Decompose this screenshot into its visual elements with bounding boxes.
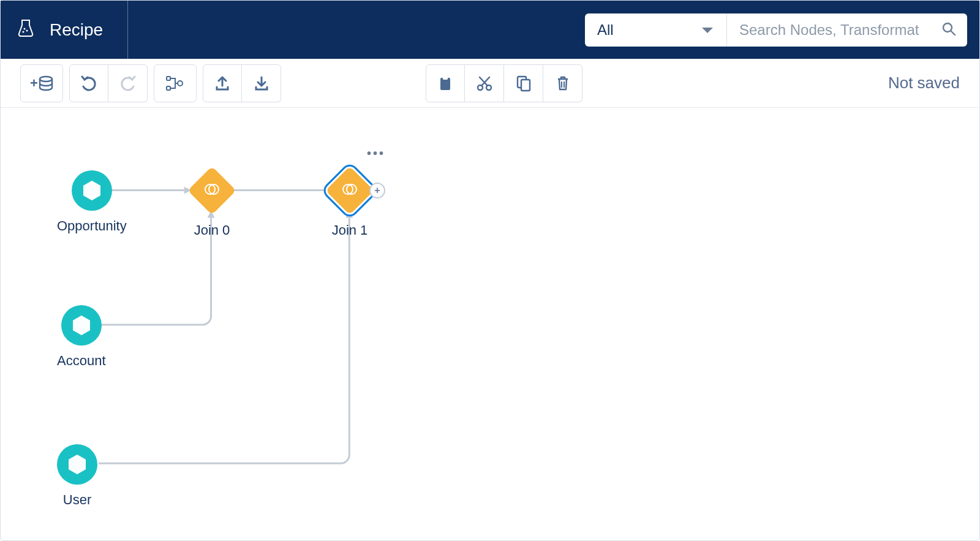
recipe-icon xyxy=(18,18,34,41)
node-actions-menu[interactable]: ••• xyxy=(367,146,385,161)
chevron-down-icon xyxy=(701,21,714,39)
svg-rect-7 xyxy=(167,77,170,80)
svg-point-1 xyxy=(26,30,28,32)
search-icon xyxy=(941,21,956,39)
app-header: Recipe All xyxy=(1,1,979,59)
svg-rect-8 xyxy=(167,86,170,90)
svg-text:+: + xyxy=(30,75,38,91)
node-user[interactable]: User xyxy=(57,444,97,508)
page-title: Recipe xyxy=(50,20,103,40)
undo-button[interactable] xyxy=(69,64,108,102)
layout-button[interactable] xyxy=(154,64,197,102)
join-icon xyxy=(325,166,374,214)
join-icon xyxy=(187,166,236,214)
node-label: Opportunity xyxy=(57,218,127,234)
svg-line-4 xyxy=(951,31,956,35)
node-join0[interactable]: Join 0 xyxy=(187,166,236,238)
header-divider xyxy=(127,1,128,59)
node-label: Account xyxy=(57,353,106,369)
node-label: Join 0 xyxy=(194,222,230,238)
svg-rect-15 xyxy=(521,80,530,91)
node-account[interactable]: Account xyxy=(57,305,106,369)
add-input-button[interactable]: + xyxy=(20,64,63,102)
copy-button[interactable] xyxy=(504,64,543,102)
svg-point-9 xyxy=(178,81,183,86)
search-scope-dropdown[interactable]: All xyxy=(585,13,727,47)
toolbar: + xyxy=(1,59,979,108)
svg-point-2 xyxy=(23,31,24,33)
upload-button[interactable] xyxy=(203,64,242,102)
svg-point-6 xyxy=(40,77,52,81)
search-input[interactable] xyxy=(738,21,941,39)
node-join1[interactable]: ••• + Join 1 xyxy=(325,166,374,238)
delete-button[interactable] xyxy=(543,64,582,102)
save-status: Not saved xyxy=(888,74,960,93)
node-label: Join 1 xyxy=(332,222,368,238)
add-downstream-button[interactable]: + xyxy=(369,183,385,199)
dataset-icon xyxy=(72,170,112,211)
paste-button[interactable] xyxy=(426,64,465,102)
node-label: User xyxy=(63,492,91,508)
recipe-canvas[interactable]: Opportunity Account User xyxy=(1,108,979,540)
svg-rect-11 xyxy=(443,76,448,80)
svg-point-0 xyxy=(24,28,26,30)
cut-button[interactable] xyxy=(465,64,504,102)
download-button[interactable] xyxy=(242,64,281,102)
dataset-icon xyxy=(57,444,97,485)
node-opportunity[interactable]: Opportunity xyxy=(57,170,127,234)
dataset-icon xyxy=(61,305,102,346)
redo-button xyxy=(108,64,148,102)
search-scope-label: All xyxy=(597,21,614,39)
